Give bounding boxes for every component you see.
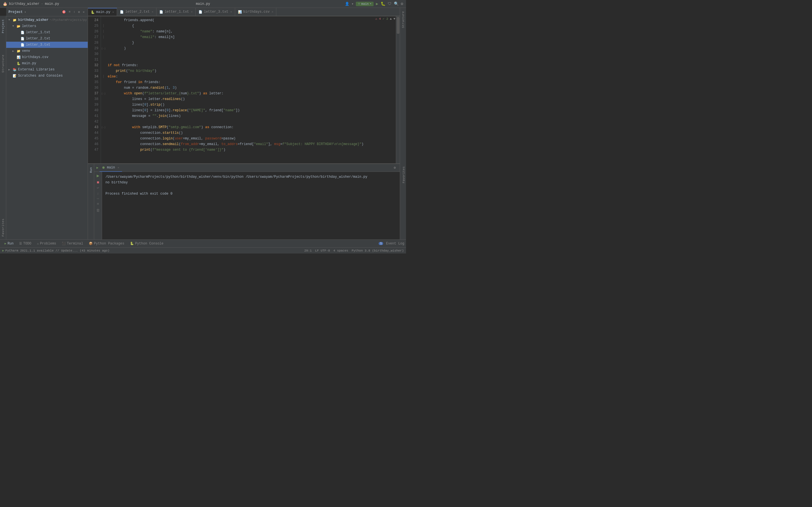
run-stop-icon[interactable]: ◼ [97,180,99,184]
tab-letter1[interactable]: 📄 letter_1.txt ✕ [156,8,196,16]
fold-37[interactable]: [-] [101,92,105,95]
fold-43[interactable]: [-] [101,126,105,128]
favorites-vert-tab[interactable]: Favorites [1,216,5,239]
run-output[interactable]: /Users/swayam/PycharmProjects/python/bir… [102,172,400,239]
tree-item-birthdays[interactable]: 📊 birthdays.csv [6,54,88,60]
tab-letter3-close[interactable]: ✕ [231,10,232,13]
tree-item-letter3[interactable]: 📄 letter_3.txt [6,42,88,48]
tab-main-py[interactable]: 🐍 main.py ✕ [88,8,117,16]
todo-tool-btn[interactable]: ☰ TODO [16,240,34,247]
code-area[interactable]: friends.append( { "name": name[n], "emai… [106,16,396,163]
tab-letter2-close[interactable]: ✕ [152,10,153,13]
nav-down-icon[interactable]: ▼ [393,17,395,20]
project-header-icons: 🎯 ≡ ↕ ⚙ ✕ [61,10,86,14]
title-right[interactable]: 👤 ▾ ⑂ main ▾ ▶ 🐛 🛡 🔍 ⚙ [345,1,403,6]
scrollbar-thumb[interactable] [397,17,400,34]
profile-icon[interactable]: 👤 ▾ [345,2,354,6]
tab-letter2[interactable]: 📄 letter_2.txt ✕ [117,8,156,16]
run-scroll-down-icon[interactable]: ↓ [97,191,99,195]
tab-letter2-icon: 📄 [120,10,124,14]
tab-letter3[interactable]: 📄 letter_3.txt ✕ [196,8,235,16]
debug-button[interactable]: 🐛 [380,1,386,6]
nav-up-icon[interactable]: ▲ [390,17,392,20]
settings-button[interactable]: ⚙ [401,1,403,6]
hide-icon[interactable]: ✕ [82,10,86,14]
tab-birthdays-label: birthdays.csv [243,10,270,14]
run-sort-icon[interactable]: ≡ [97,202,99,206]
run-button[interactable]: ▶ [376,1,378,6]
run-tool-btn[interactable]: ▶ Run [2,240,16,247]
locate-file-icon[interactable]: 🎯 [61,10,67,14]
collapse-all-icon[interactable]: ≡ [68,10,71,14]
fold-27[interactable]: │ [103,36,104,39]
extlib-icon: 📚 [12,67,17,72]
editor-scrollbar[interactable] [396,16,400,163]
fold-25[interactable]: │ [103,24,104,27]
fold-34[interactable]: │ [103,75,104,78]
tab-birthdays-csv[interactable]: 📊 birthdays.csv ✕ [235,8,276,16]
warning-count[interactable]: ✓ 2 [383,17,388,20]
line-29: 29 [88,46,98,51]
problems-tool-label: Problems [40,242,56,245]
line-44: 44 [88,130,98,136]
terminal-tool-btn[interactable]: ⬛ Terminal [59,240,86,247]
tab-letter1-close[interactable]: ✕ [191,10,193,13]
todo-tool-label: TODO [23,242,31,245]
run-settings-icon[interactable]: ⚙ [392,165,398,171]
tree-item-letter2[interactable]: 📄 letter_2.txt [6,36,88,42]
project-dropdown-icon[interactable]: ▾ [24,10,26,14]
line-encoding[interactable]: LF UTF-8 [315,249,330,252]
coverage-button[interactable]: 🛡 [388,2,392,6]
tree-item-extlib[interactable]: ▶ 📚 External Libraries [6,66,88,73]
event-log-label[interactable]: Event Log [386,242,404,245]
run-wrap-icon[interactable]: ↔ [97,196,99,201]
line-40: 40 [88,108,98,113]
fold-markers: │ │ │ [-] │ [-] [-] [101,16,106,163]
run-rerun-icon[interactable]: ↩ [97,186,99,190]
sort-icon[interactable]: ↕ [72,10,76,14]
tree-item-letters[interactable]: ▼ 📂 letters [6,23,88,29]
line-47: 47 [88,147,98,153]
fold-29[interactable]: [-] [101,47,105,50]
tree-item-root[interactable]: ▼ 📁 birthday_wisher ~/PycharmProjects/py [6,17,88,23]
event-log-badge[interactable]: 1 [378,242,383,245]
search-button[interactable]: 🔍 [394,1,399,6]
tree-item-venv[interactable]: ▶ 📁 venv [6,48,88,54]
tree-item-letter1[interactable]: 📄 letter_1.txt [6,29,88,36]
project-vert-tab[interactable]: Project [1,17,5,36]
tree-item-main[interactable]: 🐍 main.py [6,60,88,66]
favorites-side-label[interactable]: Favorites [402,166,405,183]
run-tab-close[interactable]: ✕ [117,166,119,169]
structure-side-label[interactable]: Structure [402,11,405,28]
structure-vert-tab[interactable]: Structure [1,52,5,75]
editor-content[interactable]: 24 25 26 27 28 29 30 31 32 33 34 35 36 3… [88,16,400,163]
tree-item-scratches[interactable]: 📝 Scratches and Consoles [6,73,88,79]
tab-main-py-close[interactable]: ✕ [112,10,114,14]
python-console-tool-btn[interactable]: 🐍 Python Console [127,240,166,247]
run-vert-label[interactable]: Run [89,167,93,173]
tab-birthdays-close[interactable]: ✕ [271,10,273,13]
indent-info[interactable]: 4 spaces [333,249,348,252]
interpreter-info[interactable]: Python 3.8 (birthday_wisher) [352,249,404,252]
branch-selector[interactable]: ⑂ main ▾ [356,2,373,6]
problems-tool-btn[interactable]: ⚠ Problems [34,240,59,247]
birthdays-icon: 📊 [16,55,21,59]
run-play-icon[interactable]: ▶ [97,173,100,179]
code-line-40: lines[0] = lines[0].replace("[NAME]", fr… [108,108,396,113]
status-left: ▶ PyCharm 2021.1.1 available // Update..… [2,249,109,252]
tab-bar: 🐍 main.py ✕ 📄 letter_2.txt ✕ 📄 letter_1.… [88,8,400,16]
line-36: 36 [88,85,98,91]
main-layout: Project Structure Favorites Project ▾ 🎯 … [0,8,406,239]
python-packages-tool-btn[interactable]: 📦 Python Packages [86,240,127,247]
tab-letter2-label: letter_2.txt [125,10,149,14]
fold-26[interactable]: │ [103,30,104,33]
run-command-line: /Users/swayam/PycharmProjects/python/bir… [105,174,396,180]
pycharm-status[interactable]: PyCharm 2021.1.1 available // Update... … [5,249,110,252]
gear-icon[interactable]: ⚙ [77,10,81,14]
run-tab-main[interactable]: main ✕ [100,164,122,172]
error-count[interactable]: ⚠ 4 [375,17,381,20]
cursor-position[interactable]: 29:1 [304,249,312,252]
run-tool-icon: ▶ [4,242,6,245]
run-filter-icon[interactable]: 🗑 [96,209,100,213]
root-path: ~/PycharmProjects/py [50,18,87,22]
